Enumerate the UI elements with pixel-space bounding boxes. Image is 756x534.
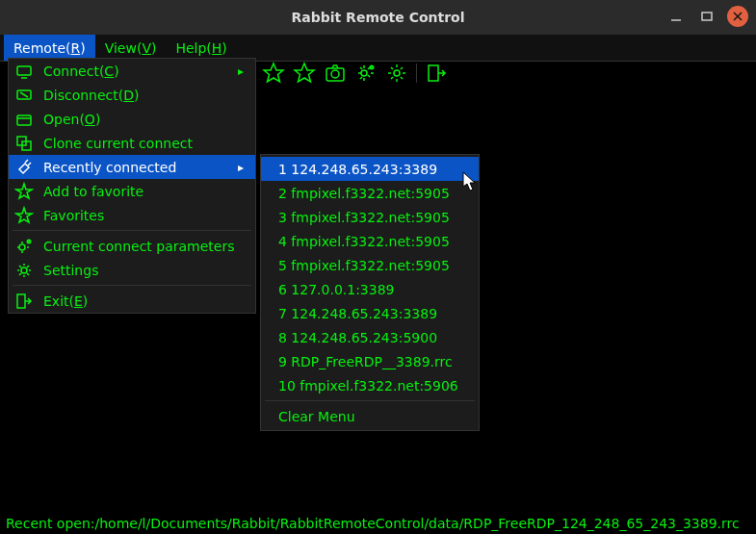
svg-point-8	[361, 70, 367, 76]
svg-point-10	[394, 70, 400, 76]
recent-item[interactable]: 6 127.0.0.1:3389	[261, 277, 479, 301]
menu-settings[interactable]: Settings	[9, 258, 255, 282]
svg-marker-22	[16, 184, 32, 198]
menu-view[interactable]: View(V)	[95, 35, 167, 61]
menu-clone[interactable]: Clone current connect	[9, 131, 255, 155]
open-icon	[14, 110, 34, 129]
svg-line-20	[25, 160, 28, 163]
recent-item[interactable]: 1 124.248.65.243:3389	[261, 157, 479, 181]
submenu-arrow-icon: ▸	[238, 161, 248, 174]
remote-dropdown: Connect(C) ▸ Disconnect(D) Open(O) Clone…	[8, 58, 256, 314]
clone-icon	[14, 134, 34, 153]
menu-separator	[13, 230, 251, 231]
svg-line-15	[20, 92, 28, 97]
toolbar-separator	[416, 64, 417, 83]
svg-rect-1	[702, 13, 712, 20]
menu-exit[interactable]: Exit(E)	[9, 289, 255, 313]
menu-help[interactable]: Help(H)	[166, 35, 236, 61]
menu-open[interactable]: Open(O)	[9, 107, 255, 131]
menu-current-params[interactable]: Current connect parameters	[9, 234, 255, 258]
recent-item[interactable]: 4 fmpixel.f3322.net:5905	[261, 229, 479, 253]
exit-icon	[14, 292, 34, 311]
submenu-arrow-icon: ▸	[238, 64, 248, 78]
settings-gear-icon[interactable]	[385, 62, 408, 85]
svg-point-26	[21, 267, 27, 273]
submenu-separator	[265, 400, 475, 401]
minimize-button[interactable]	[665, 6, 687, 27]
connect-icon	[14, 62, 34, 81]
settings-gear-plus-icon[interactable]	[354, 62, 378, 85]
recent-item[interactable]: 5 fmpixel.f3322.net:5905	[261, 253, 479, 277]
recent-item[interactable]: 2 fmpixel.f3322.net:5905	[261, 181, 479, 205]
recent-item[interactable]: 7 124.248.65.243:3389	[261, 301, 479, 325]
recent-item[interactable]: 10 fmpixel.f3322.net:5906	[261, 373, 479, 397]
svg-rect-11	[429, 65, 438, 81]
svg-rect-27	[17, 294, 25, 308]
window-buttons	[665, 6, 748, 27]
maximize-button[interactable]	[696, 6, 717, 27]
svg-point-9	[371, 66, 373, 68]
svg-marker-4	[264, 64, 283, 82]
star-icon	[14, 182, 34, 201]
svg-point-25	[28, 241, 30, 242]
favorite-filled-icon[interactable]	[262, 62, 285, 85]
plug-icon	[14, 158, 34, 177]
screenshot-icon[interactable]	[324, 62, 347, 85]
favorite-outline-icon[interactable]	[293, 62, 316, 85]
close-button[interactable]	[727, 6, 748, 27]
gear-plus-icon	[14, 237, 34, 256]
recent-item[interactable]: 3 fmpixel.f3322.net:5905	[261, 205, 479, 229]
exit-icon[interactable]	[425, 62, 448, 85]
recent-item[interactable]: 9 RDP_FreeRDP__3389.rrc	[261, 349, 479, 373]
menu-connect[interactable]: Connect(C) ▸	[9, 59, 255, 83]
svg-rect-12	[17, 66, 31, 75]
clear-menu[interactable]: Clear Menu	[261, 404, 479, 428]
svg-point-7	[331, 70, 339, 78]
menu-favorites[interactable]: Favorites	[9, 203, 255, 227]
menu-disconnect[interactable]: Disconnect(D)	[9, 83, 255, 107]
svg-marker-23	[16, 208, 32, 222]
menu-remote[interactable]: Remote(R)	[4, 35, 95, 61]
star-icon	[14, 206, 34, 225]
disconnect-icon	[14, 86, 34, 105]
recent-submenu: 1 124.248.65.243:3389 2 fmpixel.f3322.ne…	[260, 154, 480, 431]
menu-separator	[13, 285, 251, 286]
svg-rect-16	[17, 115, 31, 125]
recent-item[interactable]: 8 124.248.65.243:5900	[261, 325, 479, 349]
status-text: Recent open:/home/l/Documents/Rabbit/Rab…	[6, 516, 740, 531]
svg-line-21	[28, 163, 31, 165]
status-bar: Recent open:/home/l/Documents/Rabbit/Rab…	[0, 513, 756, 534]
title-bar: Rabbit Remote Control	[0, 0, 756, 35]
toolbar	[262, 60, 448, 87]
svg-marker-5	[295, 64, 314, 82]
menu-add-favorite[interactable]: Add to favorite	[9, 179, 255, 203]
window-title: Rabbit Remote Control	[291, 10, 464, 25]
svg-point-24	[19, 244, 25, 250]
gear-icon	[14, 261, 34, 280]
menu-recently-connected[interactable]: Recently connected ▸	[9, 155, 255, 179]
